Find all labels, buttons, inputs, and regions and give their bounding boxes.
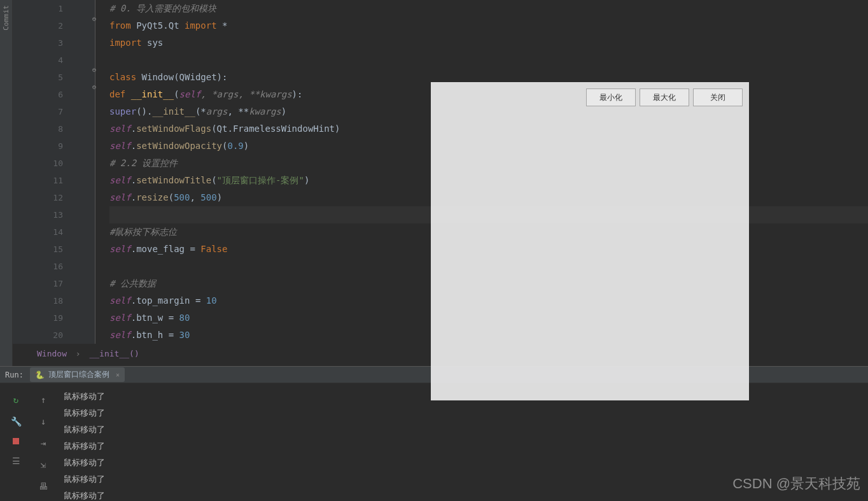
console-line: 鼠标移动了	[64, 455, 868, 471]
fold-icon[interactable]: ⊖	[89, 15, 99, 22]
line-number[interactable]: 6	[13, 86, 95, 103]
console-line: 鼠标移动了	[64, 421, 868, 438]
line-number[interactable]: 19	[13, 309, 95, 327]
line-number[interactable]: 4	[13, 52, 95, 69]
line-number[interactable]: 5	[13, 69, 95, 86]
breadcrumb: Window › __init__()	[37, 349, 139, 358]
run-toolbar: ↻ 🔧 ☰	[0, 383, 32, 501]
code-line[interactable]: # 0. 导入需要的包和模块	[109, 0, 868, 17]
print-icon[interactable]: 🖶	[39, 481, 48, 491]
sidebar-tab-commit[interactable]: Commit	[2, 5, 10, 31]
line-number[interactable]: 13	[13, 206, 95, 223]
line-number[interactable]: 16	[13, 258, 95, 275]
soft-wrap-icon[interactable]: ⇥	[41, 438, 46, 448]
arrow-down-icon[interactable]: ↓	[41, 416, 46, 427]
close-icon[interactable]: ✕	[116, 371, 120, 378]
scroll-end-icon[interactable]: ⇲	[41, 460, 46, 470]
run-label: Run:	[5, 370, 24, 379]
line-number[interactable]: 8	[13, 120, 95, 138]
code-line[interactable]: from PyQt5.Qt import *	[109, 17, 868, 34]
code-line[interactable]: import sys	[109, 34, 868, 52]
close-button[interactable]: 关闭	[693, 88, 743, 106]
maximize-button[interactable]: 最大化	[640, 88, 689, 106]
line-number[interactable]: 10	[13, 155, 95, 172]
layout-icon[interactable]: ☰	[12, 456, 20, 466]
line-number[interactable]: 14	[13, 223, 95, 241]
chevron-right-icon: ›	[76, 349, 81, 358]
code-line[interactable]	[109, 52, 868, 69]
line-number[interactable]: 20	[13, 327, 95, 344]
python-icon: 🐍	[35, 370, 45, 379]
line-number[interactable]: 15	[13, 241, 95, 258]
breadcrumb-method[interactable]: __init__()	[89, 349, 139, 358]
line-number[interactable]: 18	[13, 292, 95, 309]
run-tab-name: 顶层窗口综合案例	[48, 369, 109, 380]
breadcrumb-class[interactable]: Window	[37, 349, 67, 358]
minimize-button[interactable]: 最小化	[586, 88, 636, 106]
console-line: 鼠标移动了	[64, 405, 868, 421]
qt-frameless-window[interactable]: 最小化 最大化 关闭	[431, 82, 749, 400]
line-number[interactable]: 9	[13, 138, 95, 155]
line-number[interactable]: 11	[13, 172, 95, 189]
line-number[interactable]: 3	[13, 34, 95, 52]
line-number[interactable]: 1	[13, 0, 95, 17]
wrench-icon[interactable]: 🔧	[11, 416, 22, 427]
watermark: CSDN @景天科技苑	[732, 474, 860, 493]
line-number[interactable]: 12	[13, 189, 95, 206]
line-number[interactable]: 2	[13, 17, 95, 34]
console-line: 鼠标移动了	[64, 438, 868, 455]
rerun-icon[interactable]: ↻	[13, 395, 18, 405]
stop-icon[interactable]	[13, 438, 19, 444]
arrow-up-icon[interactable]: ↑	[41, 395, 46, 405]
editor-gutter: 1234567891011121314151617181920	[13, 0, 95, 344]
line-number[interactable]: 7	[13, 103, 95, 120]
run-subtoolbar: ↑ ↓ ⇥ ⇲ 🖶	[33, 383, 53, 501]
line-number[interactable]: 17	[13, 275, 95, 292]
fold-icon[interactable]: ⊖	[89, 83, 99, 90]
fold-icon[interactable]: ⊖	[89, 66, 99, 73]
run-tab[interactable]: 🐍 顶层窗口综合案例 ✕	[30, 367, 125, 382]
qt-button-row: 最小化 最大化 关闭	[431, 82, 749, 113]
